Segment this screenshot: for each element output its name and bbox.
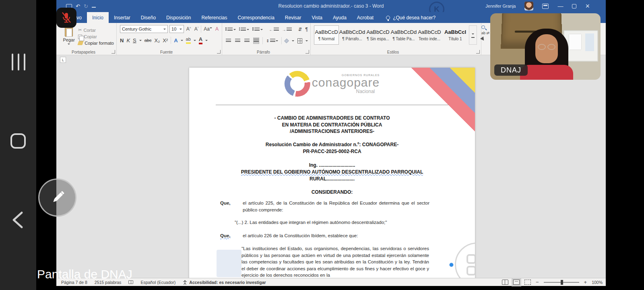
style-sin-espaciado[interactable]: AaBbCcD ¶ Sin espa...: [365, 25, 390, 45]
shrink-font-button[interactable]: Aˇ: [194, 26, 200, 32]
redo-icon[interactable]: ↻: [84, 3, 88, 9]
sort-button[interactable]: ⇵: [298, 27, 302, 32]
accessibility-icon: [183, 280, 187, 285]
style-texto-independiente[interactable]: AaBbCcD Texto inde...: [417, 25, 442, 45]
participant-video[interactable]: DNAJ: [490, 13, 601, 80]
paste-label: Pegar: [63, 37, 74, 42]
cut-button[interactable]: ✂ Cortar: [78, 27, 114, 33]
bold-button[interactable]: N: [120, 37, 124, 44]
paste-button[interactable]: Pegar: [60, 25, 78, 48]
style-parrafo[interactable]: AaBbCcDd ¶ Párrafo...: [340, 25, 365, 45]
tab-diseno[interactable]: Diseño: [136, 12, 161, 23]
styles-gallery-more-button[interactable]: [469, 25, 477, 45]
mic-muted-button[interactable]: [56, 8, 76, 28]
selection-artifact: [217, 250, 242, 277]
decrease-indent-button[interactable]: ←: [269, 27, 279, 32]
minimize-button[interactable]: —: [557, 3, 563, 9]
mic-muted-icon: [61, 12, 72, 24]
app-watermark-icon: [455, 242, 475, 278]
recent-apps-icon[interactable]: [12, 54, 25, 70]
screen-share-stage: ↶ ↻ Resolucion cambio administrador.- ca…: [0, 0, 644, 290]
customize-quick-access-icon[interactable]: [92, 4, 96, 8]
strikethrough-button[interactable]: abc: [144, 38, 152, 43]
zoom-level[interactable]: 100%: [592, 280, 603, 285]
copy-button[interactable]: Copiar: [78, 34, 114, 39]
font-family-select[interactable]: Century Gothic: [120, 25, 168, 33]
group-font: Century Gothic 10 A^ Aˇ Aa A N K S abc: [117, 23, 222, 55]
tab-inicio[interactable]: Inicio: [87, 12, 109, 23]
pencil-icon: [49, 189, 66, 206]
participant-glasses: [536, 44, 557, 50]
superscript-button[interactable]: X²: [163, 37, 168, 44]
title-bar: ↶ ↻ Resolucion cambio administrador.- ca…: [56, 0, 606, 12]
style-normal[interactable]: AaBbCcD ¶ Normal: [314, 25, 339, 45]
highlight-color-button[interactable]: ab: [186, 37, 191, 44]
multilevel-list-button[interactable]: [252, 27, 263, 31]
tell-me-search[interactable]: ¿Qué desea hacer?: [386, 12, 436, 23]
zoom-out-button[interactable]: −: [536, 279, 539, 285]
print-layout-button[interactable]: [513, 280, 520, 285]
back-icon[interactable]: [10, 210, 26, 230]
subscript-button[interactable]: X₂: [154, 37, 160, 44]
italic-button[interactable]: K: [126, 37, 130, 44]
tab-vista[interactable]: Vista: [307, 12, 328, 23]
align-right-button[interactable]: [244, 37, 250, 44]
tab-referencias[interactable]: Referencias: [196, 12, 232, 23]
tab-revisar[interactable]: Revisar: [280, 12, 307, 23]
justify-button[interactable]: [253, 37, 259, 44]
style-titulo-1[interactable]: AaBbCcI Título 1: [443, 25, 468, 45]
undo-icon[interactable]: ↶: [76, 3, 80, 9]
doc-quote-2: "Las instituciones del Estado, sus organ…: [242, 245, 429, 278]
align-left-button[interactable]: [225, 37, 231, 44]
tab-stop-selector[interactable]: L: [60, 57, 66, 63]
tab-ayuda[interactable]: Ayuda: [328, 12, 352, 23]
text-cursor-handle[interactable]: [449, 263, 454, 267]
text-effects-button[interactable]: A: [174, 37, 178, 44]
style-table-paragraph[interactable]: AaBbCcDd ¶ Table Pa...: [391, 25, 416, 45]
logo-subtitle: Nacional: [356, 89, 375, 94]
styles-dialog-launcher-icon[interactable]: [476, 50, 480, 54]
paragraph-dialog-launcher-icon[interactable]: [305, 50, 309, 54]
account-name[interactable]: Jennifer Granja: [485, 4, 516, 8]
tab-insertar[interactable]: Insertar: [109, 12, 136, 23]
restore-button[interactable]: [572, 4, 576, 8]
align-center-button[interactable]: [235, 37, 241, 44]
accessibility-status[interactable]: Accesibilidad: es necesario investigar: [183, 280, 266, 285]
change-case-button[interactable]: Aa: [203, 26, 213, 32]
avatar[interactable]: [524, 2, 533, 10]
zoom-slider[interactable]: [544, 282, 579, 283]
font-dialog-launcher-icon[interactable]: [217, 50, 221, 54]
clipboard-dialog-launcher-icon[interactable]: [111, 50, 115, 54]
styles-group-label: Estilos: [311, 50, 475, 54]
zoom-in-button[interactable]: +: [584, 279, 587, 285]
search-icon[interactable]: [481, 25, 485, 29]
tab-correspondencia[interactable]: Correspondencia: [232, 12, 279, 23]
tab-acrobat[interactable]: Acrobat: [352, 12, 379, 23]
pilcrow-button[interactable]: ¶: [305, 27, 308, 32]
borders-button[interactable]: [297, 38, 302, 44]
increase-indent-button[interactable]: →: [282, 27, 292, 32]
font-size-select[interactable]: 10: [169, 25, 184, 33]
bullets-button[interactable]: [225, 27, 236, 31]
zoom-slider-thumb[interactable]: [561, 280, 563, 285]
home-icon[interactable]: [10, 133, 26, 149]
document-page[interactable]: GOBIERNOS RURALES conagopare Nacional - …: [189, 68, 475, 278]
format-painter-button[interactable]: Copiar formato: [78, 41, 114, 46]
clear-formatting-button[interactable]: A: [215, 26, 219, 32]
annotate-button[interactable]: [38, 178, 76, 217]
numbering-button[interactable]: [239, 27, 250, 31]
web-layout-button[interactable]: [524, 280, 531, 285]
replace-icon[interactable]: ab ⇄: [481, 31, 489, 35]
ribbon-display-options-icon[interactable]: [542, 4, 549, 9]
font-color-button[interactable]: A: [199, 36, 202, 44]
doc-clause-2: Que, el artículo 226 de la Constitución …: [220, 232, 429, 239]
language-indicator[interactable]: Español (Ecuador): [140, 280, 175, 285]
tab-disposicion[interactable]: Disposición: [161, 12, 196, 23]
grow-font-button[interactable]: A^: [186, 26, 192, 32]
shading-button[interactable]: [284, 38, 289, 43]
underline-button[interactable]: S: [133, 37, 136, 44]
close-button[interactable]: ×: [585, 2, 590, 10]
line-spacing-button[interactable]: ⇕: [266, 39, 278, 43]
read-mode-button[interactable]: [502, 280, 508, 285]
doc-resolution-number: Resolución Cambio de Administrador n.º: …: [189, 141, 475, 155]
